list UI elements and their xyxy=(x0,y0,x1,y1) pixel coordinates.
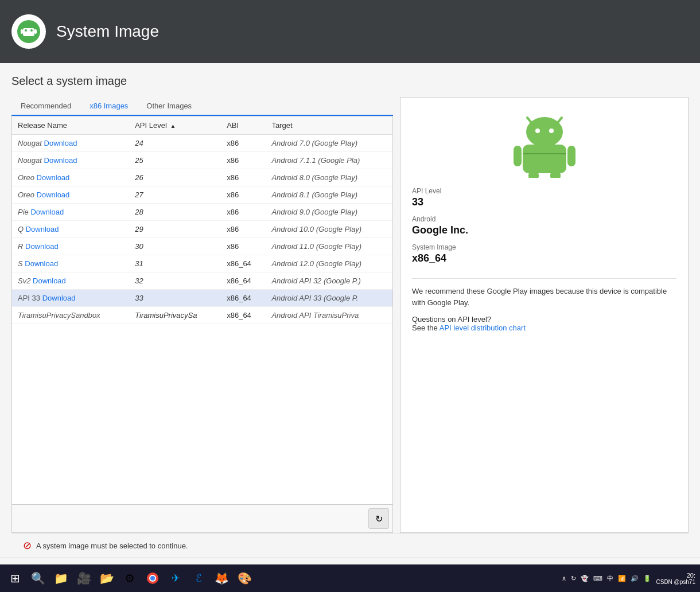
api-level-cell: 28 xyxy=(129,204,221,221)
api-level-value: 33 xyxy=(412,196,676,208)
api-level-cell: 29 xyxy=(129,221,221,238)
release-name: Nougat xyxy=(18,156,44,165)
col-abi[interactable]: ABI xyxy=(221,116,266,135)
main-content: Select a system image Recommended x86 Im… xyxy=(0,63,700,558)
table-row[interactable]: Pie Download28x86Android 9.0 (Google Pla… xyxy=(12,204,392,221)
release-name: TiramisuPrivacySandbox xyxy=(18,311,100,320)
svg-rect-11 xyxy=(523,145,566,173)
svg-point-2 xyxy=(25,29,27,32)
download-link[interactable]: Download xyxy=(25,259,58,268)
api-chart-section: Questions on API level? See the API leve… xyxy=(412,315,676,332)
api-level-cell: 32 xyxy=(129,272,221,290)
api-level-cell: TiramisuPrivacySa xyxy=(129,307,221,324)
target-cell: Android 7.1.1 (Google Pla) xyxy=(266,152,392,169)
taskbar-battery: 🔋 xyxy=(643,575,651,582)
taskbar-arrow[interactable]: ✈ xyxy=(165,568,186,589)
api-question: Questions on API level? xyxy=(412,315,491,324)
download-link[interactable]: Download xyxy=(30,208,64,216)
taskbar-settings[interactable]: ⚙ xyxy=(119,568,140,589)
left-panel: Recommended x86 Images Other Images Rele… xyxy=(11,97,393,533)
table-row[interactable]: Q Download29x86Android 10.0 (Google Play… xyxy=(12,221,392,238)
release-name: Oreo xyxy=(18,190,37,199)
download-link[interactable]: Download xyxy=(44,139,77,147)
release-name: S xyxy=(18,259,25,268)
api-chart-link[interactable]: API level distribution chart xyxy=(440,324,526,332)
svg-point-8 xyxy=(526,117,563,147)
taskbar-folder[interactable]: 📂 xyxy=(96,568,117,589)
svg-point-9 xyxy=(535,128,540,133)
table-row[interactable]: API 33 Download33x86_64Android API 33 (G… xyxy=(12,290,392,307)
api-level-cell: 33 xyxy=(129,290,221,307)
col-api-level[interactable]: API Level ▲ xyxy=(129,116,221,135)
taskbar-edge[interactable]: ℰ xyxy=(188,568,209,589)
table-row[interactable]: TiramisuPrivacySandboxTiramisuPrivacySax… xyxy=(12,307,392,324)
content-area: Recommended x86 Images Other Images Rele… xyxy=(11,97,689,533)
taskbar-zoom[interactable]: 🎥 xyxy=(73,568,94,589)
table-row[interactable]: Nougat Download24x86Android 7.0 (Google … xyxy=(12,135,392,152)
release-name: Pie xyxy=(18,208,30,216)
api-level-label: API Level xyxy=(412,187,676,195)
api-level-cell: 30 xyxy=(129,238,221,255)
download-link[interactable]: Download xyxy=(26,225,59,233)
col-target[interactable]: Target xyxy=(266,116,392,135)
target-cell: Android 8.1 (Google Play) xyxy=(266,186,392,204)
api-level-cell: 25 xyxy=(129,152,221,169)
taskbar-search[interactable]: 🔍 xyxy=(28,568,48,589)
api-level-cell: 27 xyxy=(129,186,221,204)
table-row[interactable]: Sv2 Download32x86_64Android API 32 (Goog… xyxy=(12,272,392,290)
api-chart-prefix: See the xyxy=(412,324,440,332)
taskbar-file-explorer[interactable]: 📁 xyxy=(50,568,71,589)
abi-cell: x86 xyxy=(221,152,266,169)
table-row[interactable]: S Download31x86_64Android 12.0 (Google P… xyxy=(12,255,392,272)
abi-cell: x86_64 xyxy=(221,307,266,324)
api-level-cell: 26 xyxy=(129,169,221,186)
release-name: Oreo xyxy=(18,173,37,182)
refresh-button[interactable]: ↻ xyxy=(368,508,389,529)
download-link[interactable]: Download xyxy=(25,242,59,251)
col-release-name[interactable]: Release Name xyxy=(12,116,129,135)
taskbar-firefox[interactable]: 🦊 xyxy=(211,568,232,589)
taskbar-right: ∧ ↻ 👻 ⌨ 中 📶 🔊 🔋 20: CSDN @psh71 xyxy=(562,572,695,585)
taskbar-circle: ↻ xyxy=(571,575,576,582)
table-row[interactable]: R Download30x86Android 11.0 (Google Play… xyxy=(12,238,392,255)
svg-rect-15 xyxy=(550,171,561,178)
taskbar-start[interactable]: ⊞ xyxy=(5,568,25,589)
download-link[interactable]: Download xyxy=(37,190,70,199)
svg-point-10 xyxy=(549,128,554,133)
target-cell: Android API 33 (Google P. xyxy=(266,290,392,307)
table-row[interactable]: Oreo Download27x86Android 8.1 (Google Pl… xyxy=(12,186,392,204)
svg-rect-4 xyxy=(21,29,23,34)
error-message: A system image must be selected to conti… xyxy=(36,542,188,550)
divider xyxy=(412,278,676,279)
abi-cell: x86 xyxy=(221,204,266,221)
release-name: Q xyxy=(18,225,26,233)
android-section: Android Google Inc. xyxy=(412,215,676,236)
target-cell: Android 8.0 (Google Play) xyxy=(266,169,392,186)
page-title: Select a system image xyxy=(11,75,689,88)
download-link[interactable]: Download xyxy=(44,156,77,165)
taskbar-ghost: 👻 xyxy=(581,575,589,582)
abi-cell: x86 xyxy=(221,169,266,186)
table-row[interactable]: Nougat Download25x86Android 7.1.1 (Googl… xyxy=(12,152,392,169)
taskbar-android-studio[interactable]: 🎨 xyxy=(234,568,255,589)
tab-x86images[interactable]: x86 Images xyxy=(80,97,137,116)
android-label: Android xyxy=(412,215,676,223)
download-link[interactable]: Download xyxy=(42,294,76,302)
download-link[interactable]: Download xyxy=(33,276,66,285)
sort-arrow: ▲ xyxy=(170,123,176,129)
app-logo xyxy=(11,14,46,49)
api-level-section: API Level 33 xyxy=(412,187,676,208)
taskbar-lang: 中 xyxy=(607,574,613,583)
release-name: API 33 xyxy=(18,294,42,302)
tabs: Recommended x86 Images Other Images xyxy=(11,97,393,116)
api-level-cell: 24 xyxy=(129,135,221,152)
table-row[interactable]: Oreo Download26x86Android 8.0 (Google Pl… xyxy=(12,169,392,186)
taskbar-keyboard: ⌨ xyxy=(593,575,602,582)
download-link[interactable]: Download xyxy=(37,173,70,182)
taskbar-up-arrow: ∧ xyxy=(562,575,566,582)
tab-otherimages[interactable]: Other Images xyxy=(137,97,201,115)
tab-recommended[interactable]: Recommended xyxy=(11,97,80,115)
taskbar-chrome[interactable] xyxy=(142,568,163,589)
abi-cell: x86 xyxy=(221,238,266,255)
system-image-table: Release Name API Level ▲ ABI Target Noug… xyxy=(11,116,393,505)
